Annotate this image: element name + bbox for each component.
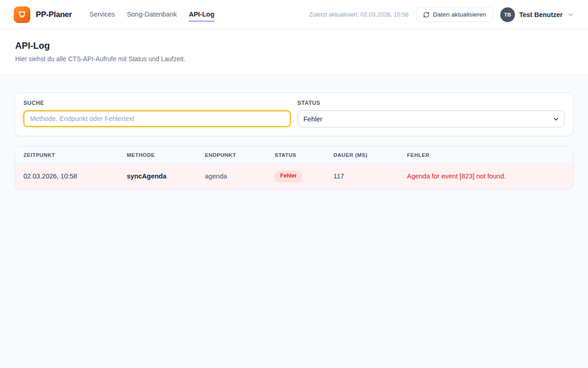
page-title: API-Log: [15, 40, 573, 51]
cell-dauer: 117: [325, 164, 399, 189]
topbar: PP-Planer Services Song-Datenbank API-Lo…: [0, 0, 588, 29]
page-subtitle: Hier siehst du alle CTS-API-Aufrufe mit …: [15, 55, 573, 63]
app-title: PP-Planer: [36, 10, 72, 19]
column-header-status: STATUS: [266, 146, 325, 164]
cell-zeitpunkt: 02.03.2026, 10:58: [15, 164, 119, 189]
refresh-data-button[interactable]: Daten aktualisieren: [416, 7, 493, 22]
cell-endpunkt: agenda: [197, 164, 266, 189]
column-header-zeitpunkt: ZEITPUNKT: [15, 146, 119, 164]
refresh-button-label: Daten aktualisieren: [433, 11, 486, 18]
status-label: STATUS: [298, 100, 565, 106]
cell-status: Fehler: [266, 164, 325, 189]
filter-card: SUCHE STATUS Fehler: [15, 92, 573, 136]
main-nav: Services Song-Datenbank API-Log: [90, 0, 215, 29]
column-header-methode: METHODE: [119, 146, 197, 164]
cell-fehler: Agenda for event [823] not found.: [399, 164, 573, 189]
status-field-group: STATUS Fehler: [298, 100, 565, 127]
api-log-table-card: ZEITPUNKT METHODE ENDPUNKT STATUS DAUER …: [15, 146, 573, 190]
status-select[interactable]: Fehler: [298, 110, 565, 127]
column-header-dauer: DAUER (MS): [325, 146, 399, 164]
api-log-table: ZEITPUNKT METHODE ENDPUNKT STATUS DAUER …: [15, 146, 573, 189]
user-menu[interactable]: TB Test Benutzer: [500, 7, 574, 22]
status-badge: Fehler: [275, 171, 302, 182]
search-label: SUCHE: [23, 100, 291, 106]
table-header-row: ZEITPUNKT METHODE ENDPUNKT STATUS DAUER …: [15, 146, 573, 164]
main-content: SUCHE STATUS Fehler: [0, 75, 588, 190]
refresh-icon: [423, 12, 430, 18]
nav-item-services[interactable]: Services: [90, 8, 115, 22]
app-logo: [14, 6, 30, 23]
column-header-fehler: FEHLER: [399, 146, 573, 164]
user-name: Test Benutzer: [519, 11, 563, 18]
nav-item-api-log[interactable]: API-Log: [189, 8, 215, 22]
presentation-screen-icon: [17, 10, 27, 19]
status-select-wrap: Fehler: [298, 110, 565, 127]
search-input[interactable]: [23, 110, 291, 127]
avatar: TB: [500, 7, 515, 22]
chevron-down-icon: [567, 11, 574, 18]
nav-item-song-datenbank[interactable]: Song-Datenbank: [127, 8, 177, 22]
topbar-right: Zuletzt aktualisiert: 02.03.2026, 10:58 …: [309, 7, 574, 22]
page-header: API-Log Hier siehst du alle CTS-API-Aufr…: [0, 29, 588, 75]
last-updated-text: Zuletzt aktualisiert: 02.03.2026, 10:58: [309, 11, 409, 18]
search-field-group: SUCHE: [23, 100, 291, 127]
cell-methode: syncAgenda: [119, 164, 197, 189]
table-row[interactable]: 02.03.2026, 10:58 syncAgenda agenda Fehl…: [15, 164, 573, 189]
column-header-endpunkt: ENDPUNKT: [197, 146, 266, 164]
